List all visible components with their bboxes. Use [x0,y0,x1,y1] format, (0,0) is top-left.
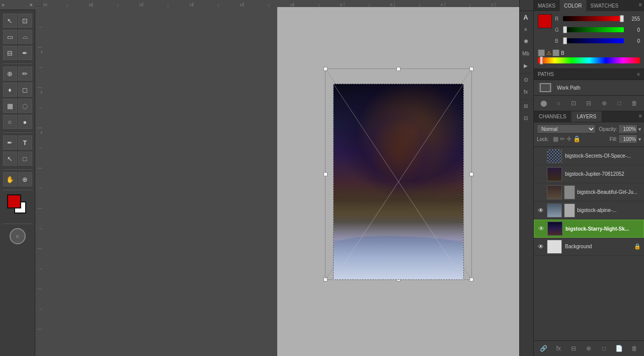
shape-tool[interactable]: □ [18,152,32,166]
masks-tab[interactable]: MASKS [534,0,560,11]
transform-handle-br[interactable] [469,277,473,281]
layer-item-jupiter[interactable]: bigstock-Jupiter-70812052 [534,165,644,183]
spectrum-thumb[interactable] [540,56,543,64]
b-slider-track[interactable] [563,38,624,43]
color-preview[interactable] [538,14,552,28]
zoom-tool[interactable]: ⊕ [18,172,32,186]
opacity-arrow[interactable]: ▾ [638,126,641,132]
move-tool[interactable]: ↖ [3,14,17,28]
history-btn[interactable]: ⊡ [520,112,532,124]
opacity-label: Opacity: [599,126,617,132]
artboard-tool[interactable]: ⊡ [18,14,32,28]
channels-btn[interactable]: ⊟ [520,100,532,112]
layer-item-background[interactable]: 👁 Background 🔒 [534,238,644,256]
panel-icon-spacer [520,0,533,11]
color-tab[interactable]: COLOR [560,0,587,11]
info-btn[interactable]: Mb [520,47,532,59]
new-group-btn[interactable]: □ [599,343,610,354]
text-panel-btn[interactable]: A [520,11,532,23]
layer-vis-secrets[interactable] [537,152,545,160]
layer-item-secrets[interactable]: bigstock-Secrets-Of-Space-... [534,147,644,165]
path-to-selection-btn[interactable]: ⊡ [568,98,579,109]
r-slider-track[interactable] [563,16,624,21]
crop-tool[interactable]: ⊟ [3,46,17,60]
lock-transparent-btn[interactable]: ▦ [553,135,558,143]
fill-input[interactable] [618,134,637,144]
transform-handle-tl[interactable] [324,67,328,71]
layer-vis-starry[interactable]: 👁 [537,225,545,233]
svg-text:4: 4 [41,50,42,54]
stroke-path-btn[interactable]: ○ [553,98,564,109]
layer-item-starry[interactable]: 👁 bigstock-Starry-Night-Sk... [534,220,644,238]
marquee-rect-tool[interactable]: ▭ [3,30,17,44]
actions-btn[interactable]: ▶ [520,59,532,72]
layer-item-alpine[interactable]: 👁 bigstock-alpine-... [534,201,644,220]
svg-rect-0 [42,0,519,7]
color-panel-close[interactable]: ≡ [637,0,644,11]
text-tool[interactable]: T [18,135,32,150]
transform-handle-tr[interactable] [469,67,473,71]
pen-tool[interactable]: ✒ [3,135,17,150]
transform-handle-ml[interactable] [324,172,328,176]
eraser-tool[interactable]: ◻ [18,83,32,97]
lasso-tool[interactable]: ⌓ [18,30,32,44]
fill-path-btn[interactable]: ⬤ [538,98,549,109]
layer-vis-alpine[interactable]: 👁 [537,206,545,215]
dodge-tool[interactable]: ○ [3,115,17,129]
add-style-btn[interactable]: fx [553,343,564,354]
spot-heal-tool[interactable]: ⊕ [3,66,17,81]
quick-mask-btn[interactable]: ○ [10,228,26,244]
hand-tool[interactable]: ✋ [3,172,17,186]
add-mask-btn[interactable]: ⊟ [568,343,579,354]
layers-tab[interactable]: LAYERS [572,111,602,122]
transform-handle-tc[interactable] [396,67,400,71]
selection-to-path-btn[interactable]: ⊟ [583,98,594,109]
lock-position-btn[interactable]: ✛ [567,135,572,143]
layer-vis-girl[interactable] [537,188,545,196]
clone-tool[interactable]: ♦ [3,83,17,97]
work-path-item[interactable]: Work Path [534,80,644,95]
blur-tool[interactable]: ◌ [18,99,32,113]
brush-tool[interactable]: ✏ [18,66,32,81]
bg-mini-swatch[interactable] [538,49,545,56]
eyedropper-tool[interactable]: ✒ [18,46,32,60]
gradient-tool[interactable]: ▦ [3,99,17,113]
svg-rect-30 [35,7,42,356]
opacity-input[interactable] [618,124,637,133]
layer-comp-btn[interactable]: ≡ [520,23,532,35]
blend-mode-select[interactable]: Normal [537,124,596,133]
layers-panel-menu[interactable]: ≡ [637,111,644,122]
layer-vis-jupiter[interactable] [537,170,545,178]
lock-all-btn[interactable]: 🔒 [573,135,581,143]
new-layer-btn[interactable]: 📄 [614,343,625,354]
channels-tab[interactable]: CHANNELS [534,111,572,122]
delete-path-btn[interactable]: 🗑 [629,98,640,109]
add-mask-path-btn[interactable]: ⊕ [599,98,610,109]
svg-text:6: 6 [390,3,392,7]
layer-vis-background[interactable]: 👁 [537,243,545,251]
gamut-swatch[interactable] [552,49,559,56]
transform-handle-mr[interactable] [469,172,473,176]
fg-color-swatch[interactable] [7,194,21,208]
layer-item-girl[interactable]: bigstock-Beautiful-Girl-Ju... [534,183,644,201]
g-slider-track[interactable] [563,27,624,32]
vertical-ruler: 2 4 6 8 [35,7,277,356]
swatches-tab[interactable]: SWATCHES [587,0,623,11]
navigator-btn[interactable]: ✱ [520,35,532,47]
adjustment-layer-btn[interactable]: ⊕ [583,343,594,354]
delete-layer-btn[interactable]: 🗑 [629,343,640,354]
toolbar-title: ≡ [2,3,5,8]
path-select-tool[interactable]: ↖ [3,152,17,166]
paths-panel-menu[interactable]: ≡ [637,72,640,77]
new-path-btn[interactable]: □ [614,98,625,109]
adjustments-btn[interactable]: ⊙ [520,74,532,86]
styles-btn[interactable]: fx [520,86,532,98]
transform-handle-bl[interactable] [324,277,328,281]
lock-image-btn[interactable]: ✏ [560,135,565,143]
spectrum-bar[interactable] [538,57,640,63]
burn-tool[interactable]: ● [18,115,32,129]
fill-arrow[interactable]: ▾ [638,136,641,142]
link-layers-btn[interactable]: 🔗 [538,343,549,354]
main-area: 20 18 16 14 12 10 8 6 4 2 [35,0,519,356]
toolbar-close[interactable]: ✕ [29,3,33,8]
